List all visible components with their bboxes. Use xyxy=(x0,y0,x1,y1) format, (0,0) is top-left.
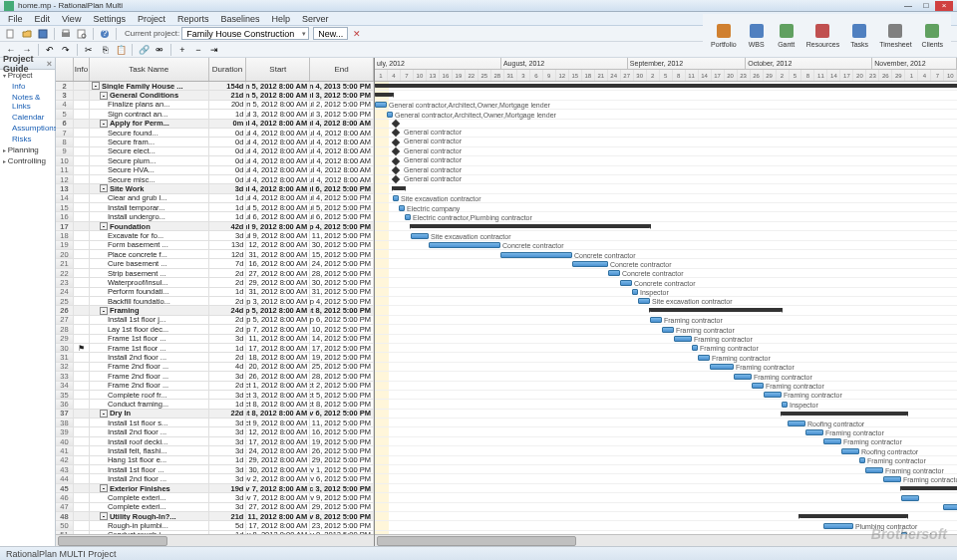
gantt-bar[interactable]: Roofing contractor xyxy=(841,448,859,454)
gantt-row[interactable]: Roofing contractor xyxy=(375,446,957,455)
task-row[interactable]: 50Rough-in plumbi...5dOct 17, 2012 8:00 … xyxy=(56,521,374,530)
expand-icon[interactable]: - xyxy=(100,120,108,128)
save-icon[interactable] xyxy=(36,27,50,41)
gantt-row[interactable]: Framing contractor xyxy=(375,456,957,465)
gantt-row[interactable]: Inspector xyxy=(375,288,957,297)
menu-view[interactable]: View xyxy=(56,14,87,24)
gantt-bar[interactable] xyxy=(782,412,907,416)
task-row[interactable]: 17-Foundation42dJul 9, 2012 8:00 AMSep 4… xyxy=(56,222,374,231)
help-icon[interactable]: ? xyxy=(98,27,112,41)
guide-item-planning[interactable]: Planning xyxy=(0,144,55,155)
gantt-bar[interactable]: Concrete contractor xyxy=(429,242,500,248)
expand-icon[interactable]: - xyxy=(100,92,108,100)
task-row[interactable]: 35Complete roof fr...3dOct 3, 2012 8:00 … xyxy=(56,391,374,400)
milestone-icon[interactable] xyxy=(392,147,400,155)
gantt-bar[interactable]: Concrete contractor xyxy=(500,252,572,258)
gantt-bar[interactable]: Concrete contractor xyxy=(572,261,608,267)
gantt-bar[interactable] xyxy=(799,514,907,518)
expand-icon[interactable]: - xyxy=(100,512,108,520)
gantt-row[interactable]: Electric company xyxy=(375,203,957,212)
gantt-bar[interactable]: Inspector xyxy=(901,532,907,534)
project-selector[interactable]: Family House Construction xyxy=(181,27,309,40)
gantt-row[interactable]: Inspector xyxy=(375,531,957,534)
gantt-row[interactable]: Framing contractor xyxy=(375,427,957,436)
view-portfolio[interactable]: Portfolio xyxy=(707,19,741,50)
copy-icon[interactable]: ⎘ xyxy=(98,43,112,57)
gantt-row[interactable]: General contractor xyxy=(375,175,957,184)
menu-baselines[interactable]: Baselines xyxy=(214,14,265,24)
gantt-bar[interactable]: General contractor,Architect,Owner,Mortg… xyxy=(387,112,393,118)
new-project-button[interactable]: New... xyxy=(313,27,348,40)
col-start[interactable]: Start xyxy=(246,58,310,81)
gantt-bar[interactable]: Electric contractor,Plumbing contractor xyxy=(405,214,411,220)
gantt-bar[interactable] xyxy=(901,495,919,501)
gantt-row[interactable] xyxy=(375,306,957,315)
gantt-bar[interactable]: Framing contractor xyxy=(710,364,734,370)
gantt-bar[interactable]: Framing contractor xyxy=(734,374,752,380)
gantt-row[interactable]: Framing contractor xyxy=(375,325,957,334)
task-row[interactable]: 16Install undergro...1dJul 6, 2012 8:00 … xyxy=(56,212,374,221)
task-row[interactable]: 22Strip basement ...2dAug 27, 2012 8:00 … xyxy=(56,269,374,278)
gantt-bar[interactable]: Framing contractor xyxy=(823,438,841,444)
task-row[interactable]: 45-Exterior Finishes19dNov 7, 2012 8:00 … xyxy=(56,484,374,493)
gantt-bar[interactable] xyxy=(375,93,393,97)
menu-file[interactable]: File xyxy=(2,14,29,24)
task-row[interactable]: 27Install 1st floor j...2dSep 5, 2012 8:… xyxy=(56,316,374,325)
milestone-icon[interactable] xyxy=(392,120,400,128)
menu-project[interactable]: Project xyxy=(132,14,171,24)
menu-edit[interactable]: Edit xyxy=(29,14,57,24)
view-resources[interactable]: Resources xyxy=(802,19,843,50)
gantt-row[interactable]: Framing contractor xyxy=(375,316,957,325)
gantt-row[interactable]: Site excavation contractor xyxy=(375,194,957,203)
task-row[interactable]: 21Cure basement ...7dAug 16, 2012 8:00 A… xyxy=(56,259,374,268)
guide-item-notes-links[interactable]: Notes & Links xyxy=(0,92,55,112)
gantt-bar[interactable]: Electric company xyxy=(399,205,405,211)
gantt-bar[interactable]: Framing contractor xyxy=(650,317,662,323)
task-row[interactable]: 6-Apply for Perm...0mJul 4, 2012 8:00 AM… xyxy=(56,120,374,129)
task-row[interactable]: 38Install 1st floor s...3dOct 9, 2012 8:… xyxy=(56,419,374,427)
grid-hscroll[interactable] xyxy=(56,534,374,546)
gantt-bar[interactable]: Framing contractor xyxy=(865,467,883,473)
cut-icon[interactable]: ✂ xyxy=(82,43,96,57)
gantt-body[interactable]: General contractor,Architect,Owner,Mortg… xyxy=(375,82,957,534)
guide-item-info[interactable]: Info xyxy=(0,81,55,92)
gantt-row[interactable]: Framing contractor xyxy=(375,335,957,344)
milestone-icon[interactable] xyxy=(392,129,400,137)
task-row[interactable]: 4Finalize plans an...20dJun 5, 2012 8:00… xyxy=(56,101,374,110)
new-icon[interactable] xyxy=(4,27,18,41)
gantt-row[interactable] xyxy=(375,493,957,502)
task-row[interactable]: 34Frame 2nd floor ...2dOct 1, 2012 8:00 … xyxy=(56,382,374,391)
gantt-row[interactable]: Concrete contractor xyxy=(375,250,957,259)
close-project-icon[interactable]: ✕ xyxy=(350,27,364,41)
expand-icon[interactable]: - xyxy=(100,410,108,418)
redo-icon[interactable]: ↷ xyxy=(59,43,73,57)
task-row[interactable]: 48-Utility Rough-In?...21dOct 11, 2012 8… xyxy=(56,512,374,521)
task-row[interactable]: 3-General Conditions21dJun 5, 2012 8:00 … xyxy=(56,91,374,100)
gantt-bar[interactable]: Concrete contractor xyxy=(620,280,632,286)
menu-reports[interactable]: Reports xyxy=(171,14,215,24)
gantt-bar[interactable]: Concrete contractor xyxy=(608,270,620,276)
guide-item-assumptions[interactable]: Assumptions xyxy=(0,123,55,134)
paste-icon[interactable]: 📋 xyxy=(114,43,128,57)
gantt-row[interactable] xyxy=(375,410,957,419)
gantt-bar[interactable]: Framing contractor xyxy=(883,476,901,482)
gantt-bar[interactable] xyxy=(901,486,957,490)
task-row[interactable]: 43Install 1st floor ...3dOct 30, 2012 8:… xyxy=(56,465,374,474)
expand-icon[interactable]: - xyxy=(100,184,108,192)
gantt-bar[interactable] xyxy=(393,186,405,190)
gantt-bar[interactable]: Framing contractor xyxy=(805,429,823,435)
task-row[interactable]: 47Complete exteri...3dNov 27, 2012 8:00 … xyxy=(56,503,374,512)
view-gantt[interactable]: Gantt xyxy=(773,19,800,50)
gantt-row[interactable]: Framing contractor xyxy=(375,474,957,483)
open-icon[interactable] xyxy=(20,27,34,41)
gantt-row[interactable]: Framing contractor xyxy=(375,465,957,474)
gantt-row[interactable] xyxy=(375,120,957,129)
gantt-row[interactable]: Framing contractor xyxy=(375,382,957,391)
expand-icon[interactable]: - xyxy=(100,484,108,492)
task-row[interactable]: 23Waterproof/insul...2dAug 29, 2012 8:00… xyxy=(56,278,374,287)
task-row[interactable]: 20Place concrete f...12dJul 31, 2012 8:0… xyxy=(56,250,374,259)
guide-item-controlling[interactable]: Controlling xyxy=(0,155,55,166)
gantt-row[interactable]: General contractor xyxy=(375,156,957,165)
task-row[interactable]: 7Secure found...0dJul 4, 2012 8:00 AMJul… xyxy=(56,129,374,138)
gantt-row[interactable]: Plumbing contractor xyxy=(375,521,957,530)
